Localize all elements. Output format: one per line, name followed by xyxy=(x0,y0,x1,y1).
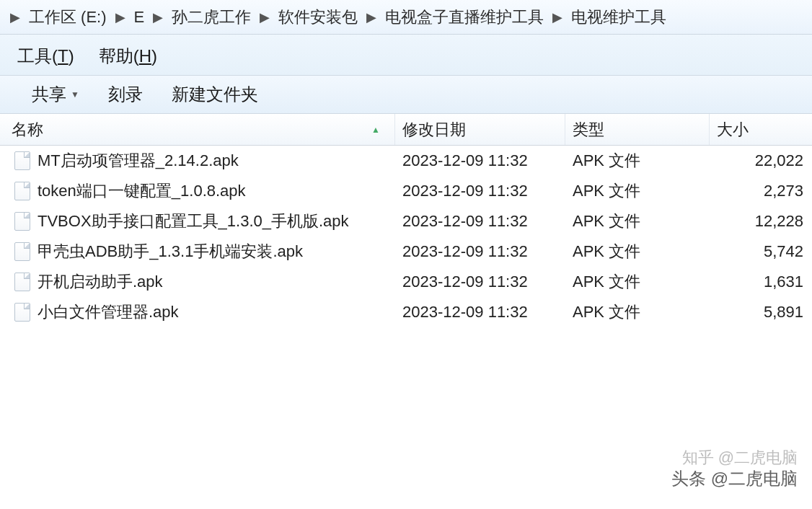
menu-help-accel: H xyxy=(139,46,151,66)
file-row[interactable]: MT启动项管理器_2.14.2.apk 2023-12-09 11:32 APK… xyxy=(0,146,812,176)
sort-ascending-icon: ▲ xyxy=(371,125,380,135)
file-row[interactable]: 开机启动助手.apk 2023-12-09 11:32 APK 文件 1,631 xyxy=(0,267,812,297)
file-row[interactable]: token端口一键配置_1.0.8.apk 2023-12-09 11:32 A… xyxy=(0,176,812,206)
column-header-date-label: 修改日期 xyxy=(402,119,466,141)
share-button[interactable]: 共享 ▼ xyxy=(32,83,79,106)
column-header-name[interactable]: 名称 ▲ xyxy=(0,114,395,145)
new-folder-button[interactable]: 新建文件夹 xyxy=(172,83,258,106)
menu-tools-label: 工具 xyxy=(17,46,52,66)
file-date: 2023-12-09 11:32 xyxy=(395,182,565,200)
column-header-date[interactable]: 修改日期 xyxy=(395,114,565,145)
column-header-row: 名称 ▲ 修改日期 类型 大小 xyxy=(0,114,812,146)
column-header-name-label: 名称 xyxy=(12,119,43,141)
breadcrumb-item[interactable]: 软件安装包 xyxy=(278,6,358,28)
file-name: TVBOX助手接口配置工具_1.3.0_手机版.apk xyxy=(37,211,349,232)
file-name: 开机启动助手.apk xyxy=(37,271,163,293)
file-list: MT启动项管理器_2.14.2.apk 2023-12-09 11:32 APK… xyxy=(0,146,812,327)
watermark-text: 头条 @二虎电脑 xyxy=(671,467,798,490)
burn-button[interactable]: 刻录 xyxy=(108,83,143,106)
menu-help-label: 帮助 xyxy=(99,46,133,66)
file-icon xyxy=(14,242,30,261)
file-date: 2023-12-09 11:32 xyxy=(395,273,565,291)
file-row[interactable]: TVBOX助手接口配置工具_1.3.0_手机版.apk 2023-12-09 1… xyxy=(0,206,812,236)
file-name: 甲壳虫ADB助手_1.3.1手机端安装.apk xyxy=(37,241,303,262)
file-type: APK 文件 xyxy=(565,301,710,323)
breadcrumb-item[interactable]: 电视盒子直播维护工具 xyxy=(385,6,544,28)
share-label: 共享 xyxy=(32,83,66,106)
file-type: APK 文件 xyxy=(565,271,710,293)
chevron-right-icon: ▶ xyxy=(9,9,22,25)
file-icon xyxy=(14,151,30,170)
dropdown-caret-icon: ▼ xyxy=(71,89,79,99)
file-date: 2023-12-09 11:32 xyxy=(395,303,565,322)
file-size: 12,228 xyxy=(710,212,812,231)
file-type: APK 文件 xyxy=(565,150,710,172)
breadcrumb-item[interactable]: 工作区 (E:) xyxy=(29,6,107,28)
file-date: 2023-12-09 11:32 xyxy=(395,212,565,231)
column-header-type[interactable]: 类型 xyxy=(565,114,710,145)
breadcrumb-item[interactable]: E xyxy=(134,8,145,27)
chevron-right-icon: ▶ xyxy=(114,9,127,25)
file-size: 22,022 xyxy=(710,151,812,170)
file-icon xyxy=(14,182,30,200)
chevron-right-icon: ▶ xyxy=(551,9,564,25)
file-row[interactable]: 甲壳虫ADB助手_1.3.1手机端安装.apk 2023-12-09 11:32… xyxy=(0,236,812,267)
chevron-right-icon: ▶ xyxy=(365,9,378,25)
burn-label: 刻录 xyxy=(108,83,143,106)
file-icon xyxy=(14,212,30,231)
menu-tools[interactable]: 工具(T) xyxy=(17,45,74,68)
file-size: 1,631 xyxy=(710,273,812,291)
column-header-size[interactable]: 大小 xyxy=(710,114,812,145)
file-date: 2023-12-09 11:32 xyxy=(395,151,565,170)
file-icon xyxy=(14,303,30,322)
file-name: token端口一键配置_1.0.8.apk xyxy=(37,180,246,202)
new-folder-label: 新建文件夹 xyxy=(172,83,258,106)
file-date: 2023-12-09 11:32 xyxy=(395,242,565,261)
file-icon xyxy=(14,273,30,291)
file-name: MT启动项管理器_2.14.2.apk xyxy=(37,150,239,172)
watermark-text: 知乎 @二虎电脑 xyxy=(682,447,798,469)
file-type: APK 文件 xyxy=(565,241,710,262)
chevron-right-icon: ▶ xyxy=(258,9,271,25)
menu-help[interactable]: 帮助(H) xyxy=(99,45,157,68)
file-row[interactable]: 小白文件管理器.apk 2023-12-09 11:32 APK 文件 5,89… xyxy=(0,297,812,327)
chevron-right-icon: ▶ xyxy=(151,9,164,25)
column-header-type-label: 类型 xyxy=(573,119,604,141)
menu-bar: 工具(T) 帮助(H) xyxy=(0,35,812,76)
column-header-size-label: 大小 xyxy=(717,119,749,141)
file-name: 小白文件管理器.apk xyxy=(37,301,179,323)
file-size: 2,273 xyxy=(710,182,812,200)
menu-tools-accel: T xyxy=(58,46,69,66)
file-size: 5,742 xyxy=(710,242,812,261)
breadcrumb-bar[interactable]: ▶ 工作区 (E:) ▶ E ▶ 孙二虎工作 ▶ 软件安装包 ▶ 电视盒子直播维… xyxy=(0,0,812,35)
breadcrumb-item[interactable]: 电视维护工具 xyxy=(571,6,666,28)
breadcrumb-item[interactable]: 孙二虎工作 xyxy=(172,6,251,28)
file-type: APK 文件 xyxy=(565,180,710,202)
toolbar: 共享 ▼ 刻录 新建文件夹 xyxy=(0,76,812,114)
file-size: 5,891 xyxy=(710,303,812,322)
file-type: APK 文件 xyxy=(565,211,710,232)
